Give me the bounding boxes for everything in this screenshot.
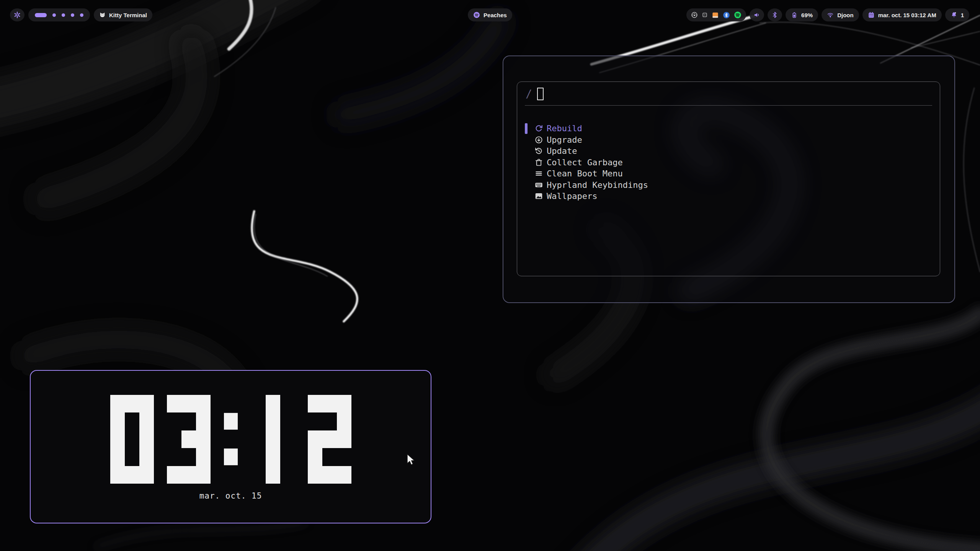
snowflake-icon	[13, 11, 21, 19]
system-tray[interactable]	[686, 8, 746, 21]
media-track-title: Peaches	[483, 12, 507, 18]
selection-bar	[525, 134, 528, 145]
digital-time	[31, 395, 431, 484]
time-colon	[224, 395, 238, 484]
clock-widget: mar. oct. 15	[30, 370, 431, 523]
menu-item[interactable]: Rebuild	[517, 123, 940, 134]
files-icon[interactable]	[712, 11, 719, 19]
arrow-down-circle-icon	[535, 136, 543, 144]
speaker-icon	[753, 11, 760, 18]
time-digit	[251, 395, 295, 484]
trash-icon	[535, 158, 543, 166]
workspace-dot[interactable]	[80, 13, 83, 17]
time-digit	[308, 395, 351, 484]
rotate-cw-icon	[535, 124, 543, 132]
bluetooth-icon	[771, 11, 778, 18]
menu-item[interactable]: Wallpapers	[517, 191, 940, 202]
active-window-title: Kitty Terminal	[109, 12, 147, 18]
spotify-tray-icon[interactable]	[734, 11, 742, 19]
bell-icon	[951, 11, 957, 18]
selection-bar	[525, 168, 528, 179]
network-ssid: Djoon	[837, 12, 854, 18]
menu-item-label: Collect Garbage	[547, 158, 623, 167]
history-icon	[535, 147, 543, 155]
mouse-cursor	[407, 454, 416, 467]
clock-date: mar. oct. 15	[31, 491, 431, 500]
keyboard-icon	[535, 181, 543, 189]
selection-bar	[525, 123, 528, 134]
menu-item-label: Hyprland Keybindings	[547, 180, 648, 190]
bluetooth-pill[interactable]	[768, 8, 782, 21]
calendar-icon	[868, 11, 875, 18]
phone-icon[interactable]	[702, 12, 708, 18]
workspaces-indicator[interactable]	[28, 8, 90, 21]
workspace-dot[interactable]	[71, 13, 74, 17]
selection-bar	[525, 191, 528, 202]
prompt-symbol: /	[526, 88, 532, 100]
bluetooth-tray-icon[interactable]	[723, 11, 730, 19]
battery-icon	[791, 11, 798, 18]
datetime-pill[interactable]: mar. oct. 15 03:12 AM	[862, 8, 942, 21]
image-icon	[535, 192, 543, 200]
menu-lines-icon	[535, 170, 543, 178]
launcher-menu-list: Rebuild Upgrade Update	[517, 123, 940, 202]
notification-count: 1	[961, 12, 964, 18]
workspace-active[interactable]	[35, 13, 47, 17]
workspace-dot[interactable]	[52, 13, 56, 17]
spotify-icon	[473, 11, 480, 18]
image-icon	[535, 192, 543, 200]
time-digit	[167, 395, 211, 484]
workspace-dot[interactable]	[62, 13, 65, 17]
screen-recorder-icon[interactable]	[691, 11, 698, 18]
menu-item-label: Upgrade	[547, 135, 582, 145]
wifi-icon	[827, 11, 834, 18]
volume-pill[interactable]	[750, 8, 764, 21]
selection-bar	[525, 179, 528, 190]
search-input[interactable]: /	[517, 82, 940, 100]
divider	[525, 105, 932, 106]
topbar-right: 69% Djoon mar	[686, 8, 969, 21]
launcher-inner-box: / Rebuild Upgrade	[517, 82, 940, 276]
menu-item-label: Rebuild	[547, 124, 582, 133]
cat-icon	[99, 12, 106, 18]
menu-item[interactable]: Clean Boot Menu	[517, 168, 940, 179]
menu-item-label: Wallpapers	[547, 191, 597, 201]
menu-lines-icon	[535, 170, 543, 178]
selection-bar	[525, 157, 528, 168]
menu-item-label: Update	[547, 146, 577, 156]
snowflake-icon	[13, 11, 21, 19]
time-digit	[110, 395, 154, 484]
keyboard-icon	[535, 181, 543, 189]
rotate-cw-icon	[535, 124, 543, 132]
battery-percent: 69%	[801, 12, 813, 18]
topbar-left: Kitty Terminal	[10, 8, 152, 21]
menu-item[interactable]: Upgrade	[517, 134, 940, 146]
launcher-panel: / Rebuild Upgrade	[503, 55, 955, 303]
menu-item-label: Clean Boot Menu	[547, 169, 623, 178]
media-player-pill[interactable]: Peaches	[468, 8, 512, 21]
active-window-pill[interactable]: Kitty Terminal	[94, 8, 152, 21]
datetime-text: mar. oct. 15 03:12 AM	[878, 12, 936, 18]
trash-icon	[535, 158, 543, 166]
network-pill[interactable]: Djoon	[822, 8, 859, 21]
menu-item[interactable]: Update	[517, 145, 940, 157]
menu-item[interactable]: Hyprland Keybindings	[517, 179, 940, 191]
selection-bar	[525, 146, 528, 156]
topbar-center: Peaches	[468, 8, 512, 21]
text-cursor	[537, 88, 544, 100]
spotify-icon	[473, 11, 480, 18]
menu-item[interactable]: Collect Garbage	[517, 157, 940, 168]
battery-pill[interactable]: 69%	[786, 8, 818, 21]
desktop: Kitty Terminal Peaches	[0, 0, 980, 551]
notifications-pill[interactable]: 1	[945, 8, 969, 21]
launcher-button[interactable]	[10, 8, 24, 21]
cat-icon	[99, 12, 106, 18]
arrow-down-circle-icon	[535, 136, 543, 144]
history-icon	[535, 147, 543, 155]
